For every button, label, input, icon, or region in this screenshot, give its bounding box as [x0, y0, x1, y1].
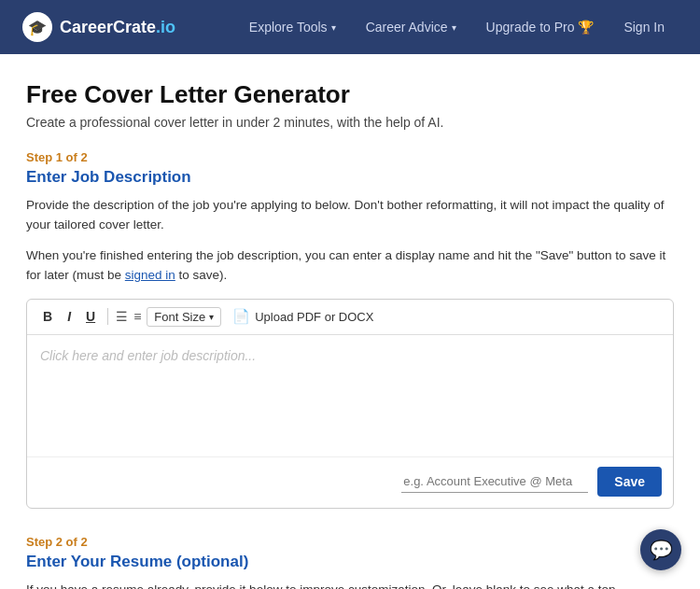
job-description-editor: B I U ☰ ≡ Font Size ▾ 📄 Upload PDF or DO…: [26, 299, 674, 509]
save-button[interactable]: Save: [597, 467, 662, 497]
brand-name: CareerCrate.io: [60, 18, 175, 37]
signed-in-link[interactable]: signed in: [125, 268, 175, 282]
nav-item-upgrade[interactable]: Upgrade to Pro 🏆: [473, 12, 608, 42]
page-subtitle: Create a professional cover letter in un…: [26, 115, 674, 130]
step1-section: Step 1 of 2 Enter Job Description Provid…: [26, 150, 674, 509]
chevron-down-icon: ▾: [452, 22, 456, 33]
toolbar-separator: [107, 308, 108, 325]
underline-button[interactable]: U: [81, 307, 100, 326]
editor-placeholder: Click here and enter job description...: [40, 348, 256, 363]
navbar: 🎓 CareerCrate.io Explore Tools ▾ Career …: [0, 0, 700, 54]
step2-section: Step 2 of 2 Enter Your Resume (optional)…: [26, 535, 674, 589]
nav-item-explore-tools[interactable]: Explore Tools ▾: [236, 12, 349, 42]
brand-logo-icon: 🎓: [22, 12, 52, 42]
chat-icon: 💬: [650, 539, 673, 561]
step2-label: Step 2 of 2: [26, 535, 674, 549]
editor-toolbar: B I U ☰ ≡ Font Size ▾ 📄 Upload PDF or DO…: [27, 300, 673, 335]
upload-icon: 📄: [232, 308, 250, 325]
step1-desc1: Provide the description of the job you'r…: [26, 196, 674, 235]
step2-desc1: If you have a resume already, provide it…: [26, 581, 674, 589]
display-name-input[interactable]: [401, 470, 588, 493]
job-description-textarea[interactable]: Click here and enter job description...: [27, 335, 673, 456]
upload-button[interactable]: 📄 Upload PDF or DOCX: [232, 308, 373, 325]
step1-label: Step 1 of 2: [26, 150, 674, 164]
nav-item-career-advice[interactable]: Career Advice ▾: [353, 12, 469, 42]
font-size-dropdown[interactable]: Font Size ▾: [147, 307, 221, 327]
page-title: Free Cover Letter Generator: [26, 80, 674, 109]
unordered-list-icon[interactable]: ☰: [116, 309, 128, 324]
step2-title: Enter Your Resume (optional): [26, 553, 674, 571]
italic-button[interactable]: I: [63, 307, 76, 326]
step1-title: Enter Job Description: [26, 168, 674, 187]
nav-item-sign-in[interactable]: Sign In: [610, 12, 678, 42]
main-content: Free Cover Letter Generator Create a pro…: [0, 54, 700, 589]
nav-links: Explore Tools ▾ Career Advice ▾ Upgrade …: [236, 12, 678, 42]
chevron-down-icon: ▾: [209, 312, 214, 322]
chat-bubble[interactable]: 💬: [640, 529, 681, 570]
editor-footer: Save: [27, 456, 673, 508]
ordered-list-icon[interactable]: ≡: [133, 309, 141, 324]
brand[interactable]: 🎓 CareerCrate.io: [22, 12, 175, 42]
chevron-down-icon: ▾: [331, 22, 336, 33]
step1-desc2: When you're finished entering the job de…: [26, 246, 674, 286]
bold-button[interactable]: B: [38, 307, 57, 326]
